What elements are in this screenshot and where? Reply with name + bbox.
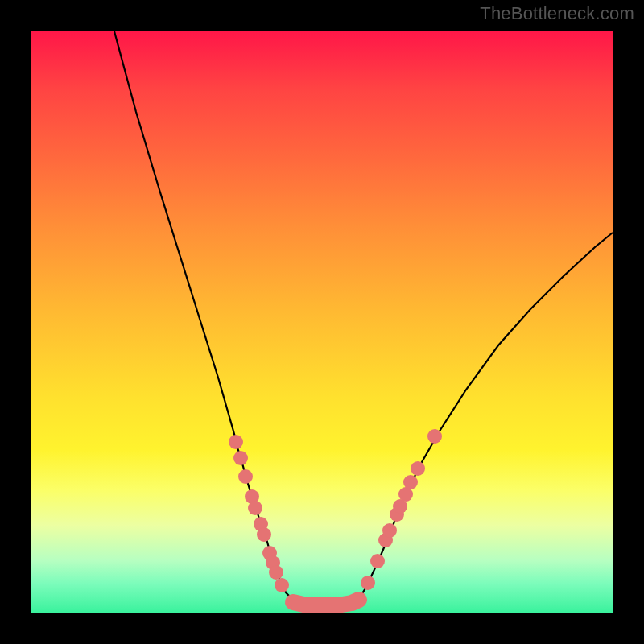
data-dot (403, 475, 418, 489)
bottleneck-curve (114, 31, 613, 605)
data-dot (361, 576, 375, 590)
plot-area (31, 31, 613, 613)
chart-frame: TheBottleneck.com (0, 0, 644, 644)
data-dot (233, 451, 248, 465)
data-dot (269, 565, 283, 580)
watermark-text: TheBottleneck.com (480, 3, 634, 24)
data-dot (275, 578, 289, 592)
data-dot (427, 429, 442, 444)
floor-highlight (293, 600, 359, 605)
data-dots (229, 429, 442, 605)
data-dot (382, 523, 397, 538)
data-dot (411, 461, 425, 476)
data-dot (257, 527, 271, 542)
data-dot (248, 501, 262, 515)
chart-svg (31, 31, 613, 613)
data-dot (370, 554, 385, 568)
data-dot (229, 435, 243, 449)
data-dot (238, 469, 253, 484)
